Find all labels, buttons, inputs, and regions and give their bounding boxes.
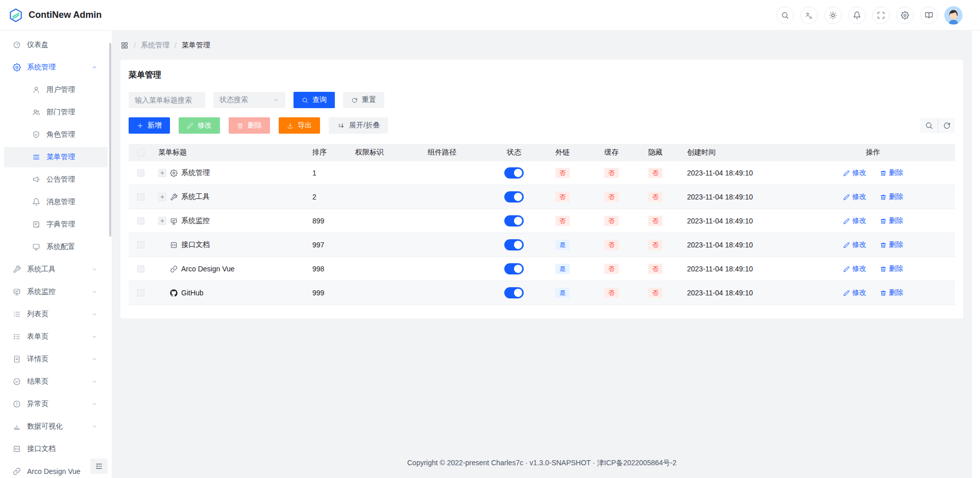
hidden-tag: 否 [648,216,663,226]
users-icon [32,108,40,116]
menu-title: 系统监控 [181,216,210,225]
sidebar-item-department-management[interactable]: 部门管理 [4,102,108,122]
settings-button[interactable] [896,7,914,24]
pencil-icon [843,242,850,248]
column-header-sort: 排序 [306,148,349,157]
monitor-chart-icon [170,217,178,225]
sidebar-item-system-management[interactable]: 系统管理 [4,57,108,78]
chevron-up-icon [91,64,97,70]
row-checkbox[interactable] [137,169,144,177]
docs-button[interactable] [920,7,938,24]
sidebar-item-data-visualization[interactable]: 数据可视化 [4,416,108,437]
avatar[interactable] [944,6,963,24]
dashboard-icon [13,41,21,49]
status-toggle[interactable] [504,287,524,298]
sidebar-item-form-page[interactable]: 表单页 [4,326,108,347]
sidebar-item-system-tools[interactable]: 系统工具 [4,259,108,280]
status-toggle[interactable] [504,239,524,250]
edit-link[interactable]: 修改 [843,168,867,178]
menu-title: 接口文档 [181,240,210,249]
status-toggle[interactable] [504,191,524,203]
add-button[interactable]: 新增 [129,117,170,134]
row-checkbox[interactable] [137,193,144,200]
code-icon [13,445,21,453]
megaphone-icon [32,175,40,184]
sort-value: 1 [306,169,349,177]
theme-toggle-button[interactable] [824,7,842,24]
book-icon [925,11,933,19]
delete-link[interactable]: 删除 [880,288,903,297]
table-refresh-button[interactable] [938,118,955,133]
breadcrumb-item-menu-management: 菜单管理 [182,41,210,50]
reset-button[interactable]: 重置 [343,92,384,108]
table-search-button[interactable] [920,118,938,133]
sidebar-item-exception-page[interactable]: 异常页 [4,394,108,414]
expand-icon[interactable] [158,193,166,201]
edit-link[interactable]: 修改 [843,216,867,225]
menu-title-search-input[interactable] [129,92,205,108]
edit-link[interactable]: 修改 [843,264,867,273]
logo-area[interactable]: ContiNew Admin [8,8,102,23]
sidebar-item-user-management[interactable]: 用户管理 [4,80,108,100]
column-header-hidden: 隐藏 [636,148,675,157]
table-tools [920,118,955,133]
sidebar-item-system-monitor[interactable]: 系统监控 [4,282,108,302]
menu-title: GitHub [181,289,204,297]
status-toggle[interactable] [504,215,524,227]
export-button[interactable]: 导出 [279,117,320,134]
breadcrumb-item-system-management[interactable]: 系统管理 [141,41,169,50]
delete-link[interactable]: 删除 [880,240,903,249]
delete-link[interactable]: 删除 [880,192,903,202]
sidebar-item-list-page[interactable]: 列表页 [4,304,108,324]
row-checkbox[interactable] [137,265,144,272]
link-icon [170,265,178,273]
sidebar-item-api-docs[interactable]: 接口文档 [4,439,108,459]
bell-icon [853,11,861,19]
window-scrollbar[interactable] [971,31,980,478]
sidebar-item-announcement-management[interactable]: 公告管理 [4,169,108,190]
sidebar-item-detail-page[interactable]: 详情页 [4,349,108,369]
select-all-checkbox[interactable] [137,149,144,156]
edit-link[interactable]: 修改 [843,240,867,249]
query-button[interactable]: 查询 [293,92,335,108]
row-checkbox[interactable] [137,217,144,224]
search-button[interactable] [776,7,794,24]
row-checkbox[interactable] [137,241,144,248]
expand-collapse-button[interactable]: 展开/折叠 [329,117,388,134]
delete-link[interactable]: 删除 [880,168,903,178]
status-toggle[interactable] [504,263,524,274]
sidebar-item-dashboard[interactable]: 仪表盘 [4,35,108,55]
translate-button[interactable] [800,7,818,24]
chevron-down-icon [273,97,279,103]
sidebar-item-menu-management[interactable]: 菜单管理 [4,147,108,167]
bell-icon [32,198,40,206]
toggle-knob [514,193,522,201]
plus-icon [160,218,165,223]
github-icon [170,289,178,297]
user-icon [32,86,40,94]
delete-link[interactable]: 删除 [880,216,903,225]
status-toggle[interactable] [504,167,524,179]
edit-button[interactable]: 修改 [179,117,220,134]
cache-tag: 否 [604,240,619,250]
expand-icon[interactable] [158,217,166,225]
sidebar-scrollbar[interactable] [109,43,111,237]
expand-icon[interactable] [158,169,166,177]
chevron-down-icon [91,401,97,407]
sidebar-item-system-config[interactable]: 系统配置 [4,237,108,257]
notifications-button[interactable] [848,7,866,24]
edit-link[interactable]: 修改 [843,288,867,297]
sidebar-item-result-page[interactable]: 结果页 [4,371,108,392]
sidebar-item-role-management[interactable]: 角色管理 [4,124,108,145]
sidebar-item-message-management[interactable]: 消息管理 [4,192,108,212]
row-checkbox[interactable] [137,289,144,296]
sidebar-collapse-button[interactable] [90,459,108,474]
edit-link[interactable]: 修改 [843,192,867,202]
breadcrumb: / 系统管理 / 菜单管理 [120,31,963,60]
apps-grid-icon[interactable] [120,41,129,49]
delete-link[interactable]: 删除 [880,264,903,273]
sidebar-item-dictionary-management[interactable]: 字典管理 [4,214,108,235]
status-filter-select[interactable]: 状态搜索 [213,92,285,108]
delete-button[interactable]: 删除 [229,117,270,134]
fullscreen-button[interactable] [872,7,890,24]
